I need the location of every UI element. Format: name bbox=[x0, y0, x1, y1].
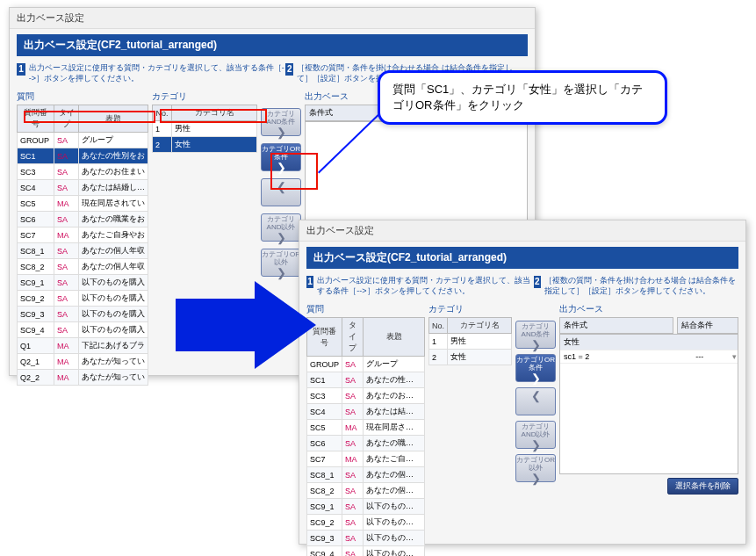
step-badge-2: 2 bbox=[285, 63, 293, 76]
col-catno: No. bbox=[153, 105, 172, 121]
step-badge-2b: 2 bbox=[534, 276, 541, 288]
delete-condition-button[interactable]: 選択条件を削除 bbox=[667, 478, 738, 495]
cat-and-not-button-2[interactable]: カテゴリAND以外❯ bbox=[515, 421, 556, 449]
remove-button[interactable]: ❮ bbox=[261, 178, 301, 206]
category-panel-label: カテゴリ bbox=[152, 90, 257, 103]
table-row[interactable]: SC9_1SA以下のものを購入 bbox=[18, 275, 148, 291]
table-row[interactable]: SC3SAあなたのお住まい bbox=[307, 388, 425, 404]
table-row[interactable]: SC8_1SAあなたの個人年収 bbox=[18, 243, 148, 259]
table-row[interactable]: SC1SAあなたの性別をお bbox=[18, 148, 148, 164]
table-row[interactable]: SC8_2SAあなたの個人年収 bbox=[18, 259, 148, 275]
out-row-0[interactable]: 女性 bbox=[560, 335, 738, 350]
callout-text: 質問「SC1」、カテゴリ「女性」を選択し「カテゴリOR条件」をクリック bbox=[392, 83, 643, 112]
svg-marker-0 bbox=[176, 281, 316, 369]
table-row[interactable]: SC9_3SA以下のものを購入 bbox=[18, 307, 148, 322]
cat-or-button-2[interactable]: カテゴリOR条件❯ bbox=[515, 354, 556, 382]
category-panel-label-2: カテゴリ bbox=[428, 303, 512, 315]
out-row-cond: sc1 = 2 bbox=[560, 350, 670, 363]
out-row-1[interactable]: sc1 = 2 --- ▾ bbox=[560, 350, 738, 364]
question-table[interactable]: 質問番号 タイプ 表題 GROUPSAグループSC1SAあなたの性別をおSC3S… bbox=[17, 105, 148, 386]
outbase-panel-label-2: 出力ベース bbox=[559, 303, 738, 315]
outbase-list[interactable] bbox=[305, 121, 528, 227]
dialog-title-2: 出力ベース設定 bbox=[299, 220, 745, 242]
table-row[interactable]: SC8_2SAあなたの個人年収 bbox=[307, 483, 425, 499]
category-table[interactable]: No. カテゴリ名 1男性2女性 bbox=[152, 105, 257, 153]
cat-and-button-2[interactable]: カテゴリAND条件❯ bbox=[515, 321, 556, 349]
table-row[interactable]: SC3SAあなたのお住まい bbox=[18, 164, 148, 180]
table-row[interactable]: SC6SAあなたの職業をお bbox=[18, 212, 148, 227]
instruction-1: 出力ベース設定に使用する質問・カテゴリを選択して、該当する条件［-->］ボタンを… bbox=[29, 63, 285, 83]
table-row[interactable]: 1男性 bbox=[429, 334, 512, 350]
instruction-row-2: 1 出力ベース設定に使用する質問・カテゴリを選択して、該当する条件［-->］ボタ… bbox=[299, 274, 745, 300]
table-row[interactable]: 1男性 bbox=[153, 121, 257, 137]
table-row[interactable]: SC9_1SA以下のものを購入 bbox=[307, 499, 425, 515]
col-qno: 質問番号 bbox=[18, 105, 54, 133]
table-row[interactable]: SC9_3SA以下のものを購入 bbox=[307, 531, 425, 546]
category-table-2[interactable]: No. カテゴリ名 1男性2女性 bbox=[428, 317, 512, 365]
table-row[interactable]: GROUPSAグループ bbox=[18, 133, 148, 148]
dialog-title: 出力ベース設定 bbox=[10, 8, 535, 29]
col-qtitle: 表題 bbox=[79, 105, 148, 133]
table-row[interactable]: SC7MAあなたご自身やお bbox=[307, 451, 425, 467]
cat-or-button[interactable]: カテゴリOR条件❯ bbox=[261, 143, 301, 171]
question-panel-label: 質問 bbox=[17, 90, 148, 103]
table-row[interactable]: SC4SAあなたは結婚してい bbox=[307, 404, 425, 420]
table-row[interactable]: 2女性 bbox=[153, 137, 257, 153]
cat-or-not-button[interactable]: カテゴリOR以外❯ bbox=[261, 249, 301, 277]
out-col-cond-2: 条件式 bbox=[559, 317, 673, 334]
table-row[interactable]: GROUPSAグループ bbox=[307, 357, 425, 372]
instruction-1b: 出力ベース設定に使用する質問・カテゴリを選択して、該当する条件［-->］ボタンを… bbox=[317, 276, 534, 296]
cat-or-not-button-2[interactable]: カテゴリOR以外❯ bbox=[515, 454, 556, 482]
instruction-callout: 質問「SC1」、カテゴリ「女性」を選択し「カテゴリOR条件」をクリック bbox=[378, 70, 667, 125]
col-catname: カテゴリ名 bbox=[172, 105, 257, 121]
cat-and-button[interactable]: カテゴリAND条件❯ bbox=[261, 108, 301, 136]
transfer-button-stack-2: カテゴリAND条件❯ カテゴリOR条件❯ ❮ カテゴリAND以外❯ カテゴリOR… bbox=[515, 303, 556, 556]
instruction-2b: ［複数の質問・条件を掛け合わせる場合 は結合条件を指定して］［設定］ボタンを押し… bbox=[544, 276, 738, 296]
table-row[interactable]: SC7MAあなたご自身やお bbox=[18, 227, 148, 243]
question-table-2[interactable]: 質問番号 タイプ 表題 GROUPSAグループSC1SAあなたの性別をおSC3S… bbox=[306, 317, 425, 556]
table-row[interactable]: SC5MA現在同居されてい bbox=[18, 196, 148, 212]
step-badge-1: 1 bbox=[17, 63, 25, 76]
col-qtype: タイプ bbox=[54, 105, 79, 133]
table-row[interactable]: Q1MA下記にあげるブラ bbox=[18, 338, 148, 354]
table-row[interactable]: Q2_1MAあなたが知ってい bbox=[18, 354, 148, 370]
outbase-list-2[interactable]: 女性 sc1 = 2 --- ▾ bbox=[559, 334, 738, 474]
table-row[interactable]: 2女性 bbox=[429, 350, 512, 365]
out-col-join: 結合条件 bbox=[677, 317, 738, 334]
table-row[interactable]: SC9_4SA以下のものを購入 bbox=[307, 546, 425, 556]
table-row[interactable]: SC6SAあなたの職業をお bbox=[307, 436, 425, 451]
out-row-name: 女性 bbox=[560, 335, 676, 350]
table-row[interactable]: SC1SAあなたの性別をお bbox=[307, 372, 425, 388]
question-panel-label-2: 質問 bbox=[306, 303, 425, 315]
dropdown-icon[interactable]: ▾ bbox=[729, 350, 738, 363]
table-row[interactable]: SC9_4SA以下のものを購入 bbox=[18, 322, 148, 338]
table-row[interactable]: SC5MA現在同居されてい bbox=[307, 420, 425, 436]
table-row[interactable]: SC9_2SA以下のものを購入 bbox=[307, 515, 425, 531]
table-row[interactable]: SC8_1SAあなたの個人年収 bbox=[307, 467, 425, 483]
big-arrow-icon bbox=[176, 281, 316, 369]
cat-and-not-button[interactable]: カテゴリAND以外❯ bbox=[261, 213, 301, 242]
dialog-output-base-after: 出力ベース設定 出力ベース設定(CF2_tutorial_arranged) 1… bbox=[299, 220, 746, 545]
out-row-join: --- bbox=[670, 350, 729, 363]
table-row[interactable]: SC4SAあなたは結婚してい bbox=[18, 180, 148, 196]
table-row[interactable]: Q2_2MAあなたが知ってい bbox=[18, 370, 148, 386]
dialog-banner-2: 出力ベース設定(CF2_tutorial_arranged) bbox=[306, 247, 738, 269]
dialog-banner: 出力ベース設定(CF2_tutorial_arranged) bbox=[17, 34, 528, 56]
remove-button-2[interactable]: ❮ bbox=[515, 387, 556, 415]
table-row[interactable]: SC9_2SA以下のものを購入 bbox=[18, 291, 148, 307]
